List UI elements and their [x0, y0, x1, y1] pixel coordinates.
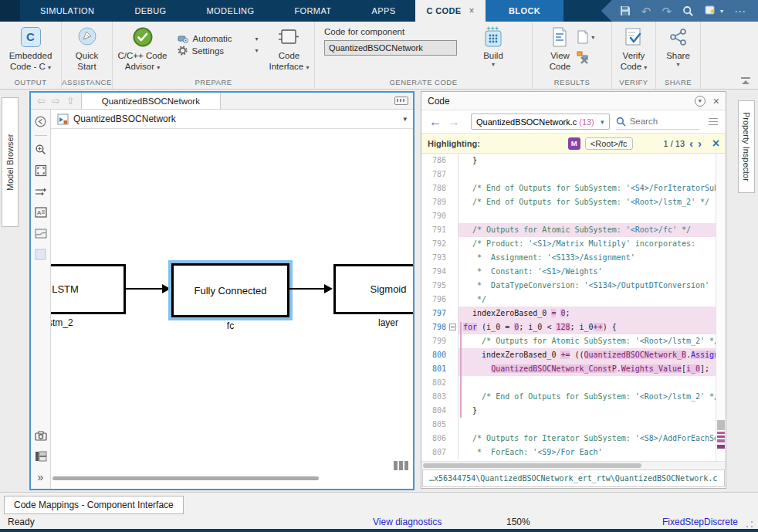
code-line[interactable]: 800 indexZeroBased_0 += ((QuantizedBSOCN…: [421, 348, 726, 362]
code-line[interactable]: 805: [421, 418, 726, 432]
code-line[interactable]: 806 /* Outputs for Iterator SubSystem: '…: [421, 432, 726, 446]
code-line[interactable]: 807 * ForEach: '<S9>/For Each': [421, 446, 726, 459]
breadcrumb[interactable]: QuantizedBSOCNetwork ▾: [51, 110, 413, 129]
nav-forward-icon[interactable]: ⇨: [52, 95, 60, 107]
annotation-icon[interactable]: A: [34, 205, 48, 219]
highlight-target[interactable]: <Root>/fc: [585, 137, 633, 150]
history-back-icon[interactable]: ←: [429, 115, 442, 129]
code-line[interactable]: 787: [421, 168, 726, 181]
fit-to-view-icon[interactable]: [34, 164, 48, 178]
undo-icon[interactable]: ↶: [641, 5, 651, 17]
block-lstm-label[interactable]: stm_2: [51, 317, 73, 328]
code-line[interactable]: 793 * Assignment: '<S133>/Assignment': [421, 251, 726, 265]
save-icon[interactable]: [620, 5, 631, 16]
view-code-button[interactable]: View Code: [550, 25, 571, 73]
code-hscrollbar[interactable]: [421, 461, 726, 469]
zoom-level[interactable]: 150%: [506, 517, 530, 527]
block-fully-connected[interactable]: Fully Connected: [171, 263, 289, 317]
model-canvas[interactable]: LSTM stm_2 Fully Connected fc Sigmoid la…: [51, 129, 413, 489]
solver-name[interactable]: FixedStepDiscrete: [662, 517, 738, 527]
tab-debug[interactable]: DEBUG: [114, 0, 186, 22]
panel-hamburger-icon[interactable]: [709, 118, 718, 126]
hide-palette-icon[interactable]: [34, 114, 48, 128]
code-vscrollbar[interactable]: [716, 154, 726, 461]
editor-tab[interactable]: QuantizedBSOCNetwork: [81, 93, 221, 109]
app-menu-square[interactable]: [0, 0, 20, 22]
search-icon[interactable]: [682, 5, 694, 17]
hscroll-thumb[interactable]: [423, 463, 641, 468]
code-line[interactable]: 798for (i_0 = 0; i_0 < 128; i_0++) {: [421, 320, 726, 334]
tab-close-icon[interactable]: ×: [469, 5, 475, 16]
more-actions-icon[interactable]: ⋯: [734, 5, 746, 17]
code-search-input[interactable]: [630, 117, 699, 126]
code-line[interactable]: 786 }: [421, 154, 726, 168]
code-view[interactable]: 786 }787788 /* End of Outputs for SubSys…: [421, 154, 726, 461]
vscroll-thumb[interactable]: [717, 420, 725, 430]
code-interface-button[interactable]: Code Interface ▾: [269, 25, 309, 73]
tab-apps[interactable]: APPS: [351, 0, 415, 22]
verify-code-button[interactable]: Verify Code ▾: [621, 25, 648, 73]
component-name-input[interactable]: [324, 40, 457, 56]
tab-block[interactable]: BLOCK: [486, 0, 563, 22]
screenshot-camera-icon[interactable]: [34, 429, 48, 442]
tab-c-code-active[interactable]: C CODE ×: [415, 0, 486, 22]
code-line[interactable]: 791 /* Outputs for Atomic SubSystem: '<R…: [421, 223, 726, 237]
signal-wire[interactable]: [289, 288, 324, 290]
block-fully-connected-label[interactable]: fc: [171, 320, 289, 331]
code-advisor-button[interactable]: C/C++ Code Advisor ▾: [118, 25, 168, 73]
viewmarks-icon[interactable]: [34, 449, 48, 463]
history-forward-icon[interactable]: →: [448, 115, 460, 129]
image-icon[interactable]: [34, 226, 48, 240]
property-inspector-tab[interactable]: Property Inspector: [738, 100, 755, 193]
canvas-hscrollbar[interactable]: [52, 476, 319, 480]
signal-wire[interactable]: [126, 288, 162, 290]
favorite-model-icon[interactable]: ▾: [705, 5, 723, 16]
code-line[interactable]: 803 /* End of Outputs for SubSystem: '<R…: [421, 390, 726, 404]
quick-start-button[interactable]: Quick Start: [76, 25, 98, 73]
minimize-ribbon-icon[interactable]: [741, 77, 750, 84]
code-line[interactable]: 799 /* Outputs for Atomic SubSystem: '<R…: [421, 334, 726, 348]
breadcrumb-dropdown-icon[interactable]: ▾: [403, 115, 407, 123]
tab-simulation[interactable]: SIMULATION: [20, 0, 114, 22]
breadcrumb-model-name[interactable]: QuantizedBSOCNetwork: [73, 114, 176, 124]
view-diagnostics-link[interactable]: View diagnostics: [373, 517, 442, 527]
tab-modeling[interactable]: MODELING: [187, 0, 275, 22]
report-dropdown[interactable]: ▾: [577, 30, 594, 44]
code-line[interactable]: 795 * DataTypeConversion: '<S134>/Output…: [421, 279, 726, 293]
code-line[interactable]: 792 /* Product: '<S1>/Matrix Multiply' i…: [421, 237, 726, 251]
signal-routing-icon[interactable]: [34, 185, 48, 198]
code-mappings-button[interactable]: Code Mappings - Component Interface: [4, 496, 184, 514]
zoom-region-icon[interactable]: [34, 143, 48, 157]
build-button[interactable]: +++ Build ▾: [482, 25, 505, 69]
remove-highlighting-icon[interactable]: [577, 50, 594, 64]
code-line[interactable]: 790: [421, 209, 726, 223]
resize-grip[interactable]: [746, 520, 753, 528]
code-line[interactable]: 788 /* End of Outputs for SubSystem: '<S…: [421, 181, 726, 195]
keyboard-shortcuts-icon[interactable]: [394, 97, 408, 105]
code-line[interactable]: 789 /* End of Outputs for SubSystem: '<R…: [421, 195, 726, 209]
nav-back-icon[interactable]: ⇦: [37, 95, 46, 107]
code-line[interactable]: 797 indexZeroBased_0 = 0;: [421, 307, 726, 320]
code-line[interactable]: 794 * Constant: '<S1>/Weights': [421, 265, 726, 279]
code-line[interactable]: 802: [421, 376, 726, 390]
code-line[interactable]: 804 }: [421, 404, 726, 418]
panel-menu-icon[interactable]: ▾: [695, 96, 706, 107]
file-selector-dropdown[interactable]: QuantizedBSOCNetwork.c (13) ▾: [471, 114, 610, 130]
block-sigmoid[interactable]: Sigmoid: [333, 264, 413, 314]
prev-match-icon[interactable]: ‹: [689, 137, 693, 149]
embedded-code-button[interactable]: C Embedded Code - C ▾: [9, 25, 52, 73]
automatic-dropdown[interactable]: Automatic ▾: [178, 34, 258, 43]
fold-collapse-icon[interactable]: [448, 320, 459, 334]
code-line[interactable]: 801 QuantizedBSOCNetwork_ConstP.Weights_…: [421, 362, 726, 376]
clear-highlighting-icon[interactable]: ×: [712, 137, 719, 151]
code-line[interactable]: 796 */: [421, 293, 726, 307]
tab-format[interactable]: FORMAT: [274, 0, 351, 22]
model-browser-tab[interactable]: Model Browser: [2, 97, 19, 227]
panel-close-icon[interactable]: ×: [713, 95, 719, 107]
pages-indicator-icon[interactable]: [394, 461, 408, 470]
area-icon[interactable]: [34, 247, 48, 261]
share-button[interactable]: Share ▾: [666, 25, 690, 69]
nav-up-icon[interactable]: ⇧: [66, 95, 75, 107]
block-sigmoid-label[interactable]: layer: [333, 317, 413, 328]
expand-palette-icon[interactable]: »: [34, 470, 48, 484]
